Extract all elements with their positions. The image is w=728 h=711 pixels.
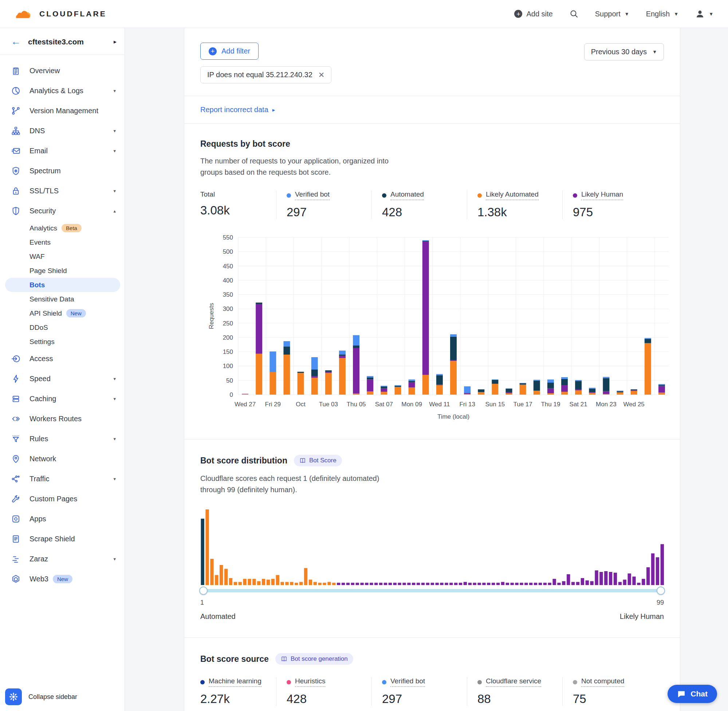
sidebar-item-security[interactable]: Security▴: [0, 201, 124, 221]
sidebar: ← cftestsite3.com ▸ OverviewAnalytics & …: [0, 28, 125, 711]
back-arrow-icon[interactable]: ←: [11, 37, 21, 47]
sidebar-item-events[interactable]: Events: [0, 235, 124, 249]
zaraz-icon: [11, 554, 21, 564]
collapse-sidebar-button[interactable]: Collapse sidebar: [28, 693, 77, 701]
sidebar-item-version-management[interactable]: Version Management: [0, 101, 124, 121]
chevron-right-icon: ▸: [272, 107, 275, 113]
chevron-down-icon: ▾: [113, 556, 116, 562]
email-icon: [11, 146, 21, 156]
sidebar-item-ssl-tls[interactable]: SSL/TLS▾: [0, 181, 124, 201]
sidebar-item-waf[interactable]: WAF: [0, 249, 124, 264]
access-icon: [11, 354, 21, 364]
stat-cloudflare-service: Cloudflare service88: [467, 677, 562, 706]
stat-value: 2.27k: [200, 692, 267, 706]
bot-score-distribution-section: Bot score distribution Bot Score Cloudfl…: [184, 439, 680, 637]
section-title: Bot score source: [200, 654, 269, 664]
svg-text:100: 100: [223, 363, 233, 370]
bot-score-docs-badge[interactable]: Bot Score: [294, 455, 342, 466]
requests-chart-svg: 050100150200250300350400450500550Wed 27F…: [200, 232, 674, 421]
sidebar-item-rules[interactable]: Rules▾: [0, 429, 124, 449]
svg-text:450: 450: [223, 263, 233, 270]
stat-value: 1.38k: [477, 205, 553, 219]
svg-text:Fri 29: Fri 29: [265, 401, 281, 408]
svg-text:50: 50: [226, 377, 233, 384]
chat-button[interactable]: Chat: [667, 685, 717, 703]
svg-text:Thu 19: Thu 19: [541, 401, 560, 408]
site-name: cftestsite3.com: [28, 37, 106, 46]
sidebar-item-page-shield[interactable]: Page Shield: [0, 264, 124, 278]
sidebar-item-access[interactable]: Access: [0, 349, 124, 369]
svg-text:300: 300: [223, 305, 233, 312]
svg-text:Tue 03: Tue 03: [319, 401, 338, 408]
sidebar-item-spectrum[interactable]: Spectrum: [0, 161, 124, 181]
support-menu[interactable]: Support ▼: [595, 10, 629, 18]
sidebar-item-traffic[interactable]: Traffic▾: [0, 469, 124, 489]
account-menu[interactable]: ▼: [695, 9, 713, 19]
section-title: Requests by bot score: [200, 139, 664, 149]
sidebar-item-caching[interactable]: Caching▾: [0, 389, 124, 409]
sidebar-item-bots[interactable]: Bots: [5, 278, 120, 292]
sidebar-item-analytics[interactable]: AnalyticsBeta: [0, 221, 124, 235]
sidebar-item-workers-routes[interactable]: Workers Routes: [0, 409, 124, 429]
add-filter-button[interactable]: + Add filter: [200, 43, 258, 60]
date-range-dropdown[interactable]: Previous 30 days ▼: [584, 43, 664, 60]
stat-verified-bot: Verified bot297: [371, 677, 467, 706]
settings-gear-button[interactable]: [5, 689, 22, 705]
requests-bar-chart: 050100150200250300350400450500550Wed 27F…: [200, 232, 664, 422]
ssl-icon: [11, 186, 21, 196]
close-icon[interactable]: ✕: [318, 71, 325, 79]
chevron-down-icon: ▾: [113, 376, 116, 382]
legend-dot: [200, 680, 205, 684]
sidebar-item-web3[interactable]: Web3New: [0, 569, 124, 589]
chevron-right-icon[interactable]: ▸: [114, 38, 117, 45]
search-button[interactable]: [570, 9, 578, 18]
active-filter-chip[interactable]: IP does not equal 35.212.240.32 ✕: [200, 66, 331, 83]
language-menu[interactable]: English ▼: [646, 10, 678, 18]
slider-max-label: 99: [657, 599, 664, 606]
svg-text:Oct: Oct: [296, 401, 306, 408]
chevron-down-icon: ▼: [625, 11, 629, 17]
spectrum-icon: [11, 166, 21, 176]
slider-handle-max[interactable]: [657, 587, 665, 595]
legend-dot: [382, 680, 386, 684]
sidebar-item-scrape-shield[interactable]: Scrape Shield: [0, 529, 124, 549]
caching-icon: [11, 394, 21, 404]
slider-track[interactable]: [200, 589, 664, 592]
sidebar-item-sensitive-data[interactable]: Sensitive Data: [0, 292, 124, 306]
sidebar-item-settings[interactable]: Settings: [0, 335, 124, 349]
cloudflare-logo: CLOUDFLARE: [9, 7, 107, 21]
sidebar-item-zaraz[interactable]: Zaraz▾: [0, 549, 124, 569]
report-incorrect-data-link[interactable]: Report incorrect data ▸: [200, 106, 275, 114]
sidebar-item-analytics-logs[interactable]: Analytics & Logs▾: [0, 81, 124, 101]
stat-value: 88: [477, 692, 553, 706]
sidebar-item-speed[interactable]: Speed▾: [0, 369, 124, 389]
sidebar-item-email[interactable]: Email▾: [0, 141, 124, 161]
slider-min-label: 1: [200, 599, 204, 606]
sidebar-item-ddos[interactable]: DDoS: [0, 320, 124, 335]
beta-badge: Beta: [62, 224, 81, 232]
chevron-down-icon: ▾: [113, 128, 116, 134]
dns-icon: [11, 126, 21, 136]
stat-value: 75: [573, 692, 648, 706]
main-content: + Add filter IP does not equal 35.212.24…: [125, 28, 728, 711]
sidebar-item-custom-pages[interactable]: Custom Pages: [0, 489, 124, 509]
svg-text:Tue 17: Tue 17: [513, 401, 532, 408]
sidebar-item-network[interactable]: Network: [0, 449, 124, 469]
svg-text:150: 150: [223, 348, 233, 356]
legend-dot: [573, 680, 577, 684]
slider-handle-min[interactable]: [199, 587, 208, 595]
stat-machine-learning: Machine learning2.27k: [200, 677, 276, 706]
new-badge: New: [66, 309, 86, 317]
section-description: The number of requests to your applicati…: [200, 155, 404, 178]
sidebar-item-dns[interactable]: DNS▾: [0, 121, 124, 141]
sidebar-item-apps[interactable]: Apps: [0, 509, 124, 529]
bot-score-histogram: [200, 506, 664, 587]
legend-dot: [286, 193, 291, 198]
chevron-down-icon: ▼: [674, 11, 678, 17]
stat-value: 975: [573, 205, 648, 219]
sidebar-item-overview[interactable]: Overview: [0, 61, 124, 81]
sidebar-item-api-shield[interactable]: API ShieldNew: [0, 306, 124, 320]
bot-score-generation-badge[interactable]: Bot score generation: [275, 653, 353, 665]
add-site-button[interactable]: + Add site: [514, 10, 552, 18]
chevron-down-icon: ▾: [113, 396, 116, 401]
